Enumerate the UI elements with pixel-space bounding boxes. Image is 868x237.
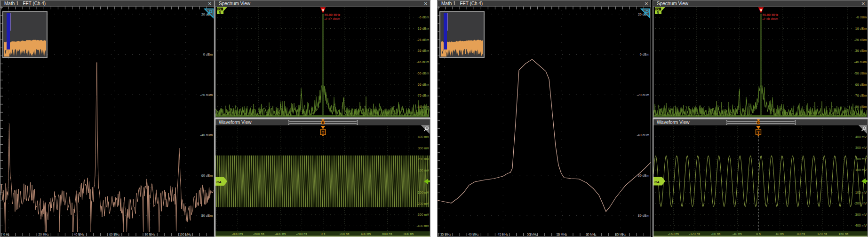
svg-text:-800 ns: -800 ns [232, 232, 243, 236]
svg-text:-26 dBm: -26 dBm [417, 38, 430, 41]
svg-text:40 MHz: 40 MHz [74, 233, 84, 236]
svg-text:-300 mV: -300 mV [417, 213, 430, 216]
svg-text:×: × [861, 0, 865, 7]
svg-text:20 MHz: 20 MHz [39, 233, 49, 236]
svg-text:-80 dBm: -80 dBm [637, 214, 650, 217]
svg-text:-600 ns: -600 ns [253, 232, 264, 236]
svg-text:-40 ns: -40 ns [733, 232, 742, 236]
svg-text:0 s: 0 s [321, 232, 326, 236]
svg-text:-6 dBm: -6 dBm [418, 16, 429, 19]
svg-text:-40 dBm: -40 dBm [200, 133, 213, 137]
svg-text:40 ns: 40 ns [776, 232, 784, 236]
svg-text:R: R [322, 8, 324, 12]
svg-text:80 MHz: 80 MHz [144, 233, 155, 236]
svg-text:C4: C4 [654, 180, 660, 184]
svg-text:160 ns: 160 ns [838, 232, 849, 236]
svg-text:35 MHz: 35 MHz [440, 233, 451, 236]
svg-text:T: T [322, 121, 324, 124]
svg-text:R: R [760, 8, 762, 12]
svg-text:T: T [757, 121, 759, 124]
svg-text:×: × [424, 0, 428, 7]
svg-text:200 ns: 200 ns [339, 232, 350, 236]
svg-text:-40 dBm: -40 dBm [637, 133, 650, 137]
svg-text:50.00 MHz: 50.00 MHz [325, 13, 341, 16]
svg-text:-56 dBm: -56 dBm [417, 72, 430, 75]
svg-text:120 ns: 120 ns [817, 232, 828, 236]
svg-text:50 MHz: 50 MHz [527, 233, 537, 236]
svg-text:T: T [757, 131, 760, 135]
svg-text:-46 dBm: -46 dBm [417, 60, 430, 64]
svg-text:-20 dBm: -20 dBm [200, 93, 213, 97]
svg-text:800 ns: 800 ns [404, 232, 414, 236]
svg-text:-100 mV: -100 mV [417, 191, 430, 194]
svg-text:-26 dBm: -26 dBm [854, 38, 867, 41]
svg-text:T: T [322, 131, 324, 135]
svg-text:-56 dBm: -56 dBm [854, 72, 867, 75]
svg-text:-60 dBm: -60 dBm [200, 174, 213, 177]
svg-text:N: N [219, 11, 221, 14]
svg-text:Spectrum View: Spectrum View [657, 1, 689, 6]
svg-text:-66 dBm: -66 dBm [417, 83, 430, 86]
svg-text:Waveform View: Waveform View [219, 120, 252, 125]
svg-text:80 ns: 80 ns [797, 232, 805, 236]
svg-text:Math 1 - FFT (Ch 4): Math 1 - FFT (Ch 4) [441, 1, 483, 6]
svg-text:-46 dBm: -46 dBm [854, 60, 867, 64]
svg-text:-76 dBm: -76 dBm [417, 94, 430, 97]
svg-text:-400 mV: -400 mV [854, 224, 867, 227]
svg-text:100 mV: 100 mV [855, 168, 867, 172]
svg-text:-2.37 dBm: -2.37 dBm [325, 17, 340, 21]
svg-text:-400 ns: -400 ns [275, 232, 286, 236]
svg-text:×: × [645, 0, 648, 7]
svg-text:55 MHz: 55 MHz [557, 233, 567, 236]
svg-text:Spectrum View: Spectrum View [219, 1, 251, 6]
svg-text:0 dBm: 0 dBm [203, 53, 213, 56]
svg-text:-20 dBm: -20 dBm [637, 93, 650, 97]
svg-text:60 MHz: 60 MHz [586, 233, 596, 236]
svg-text:40 MHz: 40 MHz [468, 233, 478, 236]
svg-text:Waveform View: Waveform View [657, 120, 690, 125]
svg-text:50.00 MHz: 50.00 MHz [763, 13, 779, 16]
svg-text:-200 mV: -200 mV [417, 202, 430, 205]
svg-text:-400 mV: -400 mV [417, 224, 430, 228]
svg-text:×: × [208, 0, 212, 7]
svg-text:300 mV: 300 mV [855, 146, 867, 149]
svg-text:400 ns: 400 ns [361, 232, 371, 236]
svg-text:-16 dBm: -16 dBm [417, 27, 430, 30]
svg-text:-160 ns: -160 ns [668, 232, 679, 236]
svg-text:-6 dBm: -6 dBm [856, 16, 867, 19]
svg-text:-300 mV: -300 mV [854, 213, 867, 216]
svg-text:100 MHz: 100 MHz [179, 233, 191, 236]
svg-text:-16 dBm: -16 dBm [854, 27, 867, 30]
svg-text:400 mV: 400 mV [418, 135, 429, 139]
svg-text:0 Hz: 0 Hz [3, 233, 9, 236]
svg-text:N: N [657, 11, 659, 14]
svg-text:-120 ns: -120 ns [689, 232, 701, 236]
svg-text:Math 1 - FFT (Ch 4): Math 1 - FFT (Ch 4) [4, 1, 46, 6]
svg-text:C4: C4 [216, 180, 222, 184]
svg-text:65 MHz: 65 MHz [615, 233, 626, 236]
svg-text:300 mV: 300 mV [418, 147, 429, 150]
svg-text:-200 ns: -200 ns [296, 232, 307, 236]
svg-text:600 ns: 600 ns [382, 232, 392, 236]
svg-text:-36 dBm: -36 dBm [854, 49, 867, 52]
svg-text:400 mV: 400 mV [855, 135, 867, 139]
svg-text:0 dBm: 0 dBm [640, 53, 649, 56]
svg-text:-66 dBm: -66 dBm [854, 83, 867, 86]
svg-text:45 MHz: 45 MHz [498, 233, 508, 236]
svg-text:-36 dBm: -36 dBm [417, 49, 430, 52]
svg-text:0 s: 0 s [756, 232, 761, 236]
svg-text:-100 mV: -100 mV [854, 191, 867, 194]
svg-text:60 MHz: 60 MHz [109, 233, 119, 236]
svg-text:-2.38 dBm: -2.38 dBm [763, 17, 778, 21]
svg-text:-80 dBm: -80 dBm [200, 214, 213, 217]
svg-text:-80 ns: -80 ns [711, 232, 721, 236]
svg-text:-76 dBm: -76 dBm [854, 94, 867, 97]
